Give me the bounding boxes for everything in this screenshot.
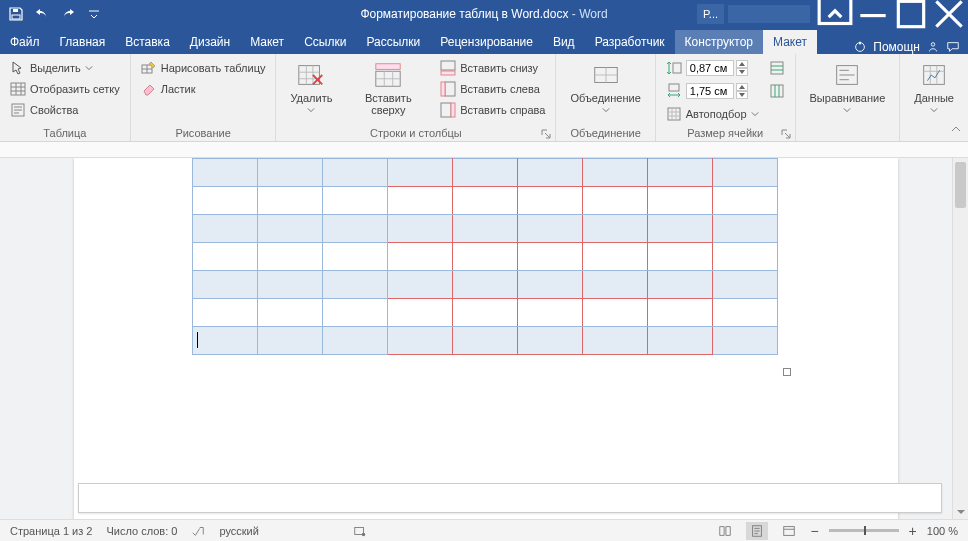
table-cell[interactable]: [388, 271, 453, 299]
dialog-launcher-icon[interactable]: [781, 129, 791, 139]
insert-above-button[interactable]: Вставить сверху: [344, 58, 432, 118]
tab-view[interactable]: Вид: [543, 30, 585, 54]
document-table[interactable]: [192, 158, 778, 355]
table-cell[interactable]: [193, 271, 258, 299]
table-cell[interactable]: [453, 271, 518, 299]
table-cell[interactable]: [258, 299, 323, 327]
table-cell[interactable]: [258, 215, 323, 243]
table-cell[interactable]: [583, 159, 648, 187]
properties-button[interactable]: Свойства: [8, 100, 122, 120]
merge-button[interactable]: Объединение: [564, 58, 646, 116]
print-layout-button[interactable]: [746, 522, 768, 540]
web-layout-button[interactable]: [778, 522, 800, 540]
table-cell[interactable]: [583, 187, 648, 215]
table-cell[interactable]: [713, 299, 778, 327]
close-button[interactable]: [930, 0, 968, 28]
table-cell[interactable]: [648, 243, 713, 271]
table-row[interactable]: [193, 271, 778, 299]
table-resize-handle[interactable]: [783, 368, 791, 376]
insert-right-button[interactable]: Вставить справа: [438, 100, 547, 120]
maximize-button[interactable]: [892, 0, 930, 28]
table-cell[interactable]: [323, 215, 388, 243]
tab-insert[interactable]: Вставка: [115, 30, 180, 54]
table-cell[interactable]: [258, 327, 323, 355]
table-cell[interactable]: [388, 187, 453, 215]
table-cell[interactable]: [453, 243, 518, 271]
table-cell[interactable]: [518, 271, 583, 299]
table-row[interactable]: [193, 243, 778, 271]
tab-mail[interactable]: Рассылки: [356, 30, 430, 54]
undo-icon[interactable]: [34, 6, 50, 22]
table-cell[interactable]: [518, 187, 583, 215]
table-cell[interactable]: [648, 299, 713, 327]
table-cell[interactable]: [453, 327, 518, 355]
tab-layout[interactable]: Макет: [240, 30, 294, 54]
table-cell[interactable]: [323, 187, 388, 215]
zoom-level[interactable]: 100 %: [927, 525, 958, 537]
width-field[interactable]: [686, 83, 734, 99]
table-cell[interactable]: [258, 243, 323, 271]
table-cell[interactable]: [388, 327, 453, 355]
spellcheck-icon[interactable]: [191, 524, 205, 538]
row-height-input[interactable]: [664, 58, 761, 78]
tab-home[interactable]: Главная: [50, 30, 116, 54]
table-row[interactable]: [193, 327, 778, 355]
eraser-button[interactable]: Ластик: [139, 79, 268, 99]
read-mode-button[interactable]: [714, 522, 736, 540]
share-icon[interactable]: [926, 40, 940, 54]
select-button[interactable]: Выделить: [8, 58, 122, 78]
table-cell[interactable]: [583, 243, 648, 271]
table-cell[interactable]: [518, 215, 583, 243]
table-cell[interactable]: [583, 299, 648, 327]
table-cell[interactable]: [648, 187, 713, 215]
table-cell[interactable]: [453, 299, 518, 327]
tab-references[interactable]: Ссылки: [294, 30, 356, 54]
delete-button[interactable]: Удалить: [284, 58, 338, 116]
tab-review[interactable]: Рецензирование: [430, 30, 543, 54]
table-cell[interactable]: [388, 243, 453, 271]
table-cell[interactable]: [388, 299, 453, 327]
height-field[interactable]: [686, 60, 734, 76]
distribute-cols-button[interactable]: [767, 81, 787, 101]
view-gridlines-button[interactable]: Отобразить сетку: [8, 79, 122, 99]
table-cell[interactable]: [193, 159, 258, 187]
ribbon-collapse-icon[interactable]: [816, 0, 854, 28]
alignment-button[interactable]: Выравнивание: [804, 58, 892, 116]
table-cell[interactable]: [518, 243, 583, 271]
table-cell[interactable]: [648, 159, 713, 187]
table-cell[interactable]: [323, 327, 388, 355]
data-button[interactable]: Данные: [908, 58, 960, 116]
table-cell[interactable]: [518, 299, 583, 327]
table-cell[interactable]: [648, 327, 713, 355]
tab-table-design[interactable]: Конструктор: [675, 30, 763, 54]
table-cell[interactable]: [648, 271, 713, 299]
table-cell[interactable]: [323, 299, 388, 327]
tab-file[interactable]: Файл: [0, 30, 50, 54]
zoom-out-button[interactable]: −: [810, 523, 818, 539]
height-down[interactable]: [736, 68, 748, 76]
table-cell[interactable]: [453, 159, 518, 187]
draw-table-button[interactable]: Нарисовать таблицу: [139, 58, 268, 78]
collapse-ribbon-button[interactable]: [950, 123, 962, 137]
presenter-name[interactable]: P...: [697, 4, 724, 24]
width-up[interactable]: [736, 83, 748, 91]
page-number-status[interactable]: Страница 1 из 2: [10, 525, 92, 537]
comments-icon[interactable]: [946, 40, 960, 54]
zoom-slider[interactable]: [829, 529, 899, 532]
tab-design[interactable]: Дизайн: [180, 30, 240, 54]
table-cell[interactable]: [323, 271, 388, 299]
table-cell[interactable]: [388, 159, 453, 187]
tab-developer[interactable]: Разработчик: [585, 30, 675, 54]
table-cell[interactable]: [518, 159, 583, 187]
vertical-scrollbar[interactable]: [952, 158, 968, 519]
scroll-down-icon[interactable]: [953, 505, 968, 519]
table-row[interactable]: [193, 215, 778, 243]
tell-me-icon[interactable]: [853, 40, 867, 54]
table-cell[interactable]: [193, 187, 258, 215]
dialog-launcher-icon[interactable]: [541, 129, 551, 139]
table-cell[interactable]: [453, 187, 518, 215]
table-cell[interactable]: [583, 271, 648, 299]
redo-icon[interactable]: [60, 6, 76, 22]
scroll-thumb[interactable]: [955, 162, 966, 208]
qat-dropdown-icon[interactable]: [86, 6, 102, 22]
